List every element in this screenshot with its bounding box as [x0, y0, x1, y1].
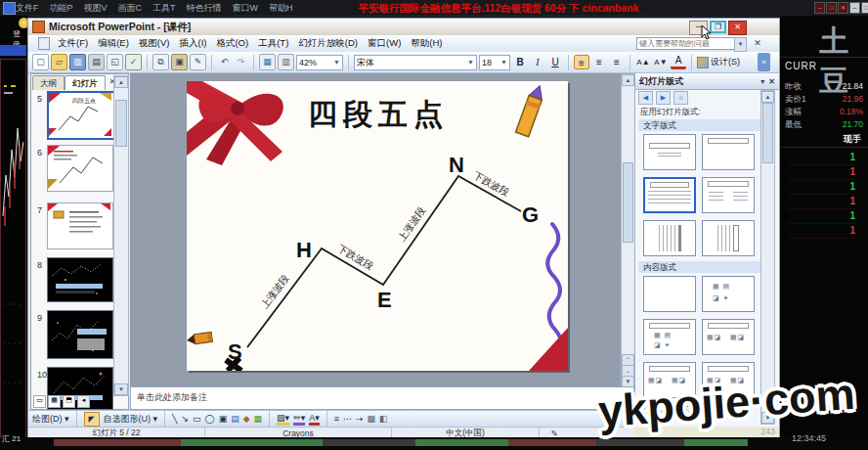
restore-icon[interactable]: ❐ — [710, 21, 726, 33]
outer-menu-view[interactable]: 视图V — [84, 2, 108, 15]
outer-menu-special[interactable]: 特色行情 — [187, 2, 222, 15]
help-dropdown-icon[interactable]: ▼ — [734, 37, 747, 52]
menubar-close-icon[interactable]: ✕ — [752, 37, 763, 50]
slide-sorter-view-icon[interactable]: ▦ — [48, 395, 61, 408]
print-icon[interactable]: ▤ — [88, 54, 105, 70]
copy-icon[interactable]: ⧉ — [152, 54, 169, 70]
pane-back-icon[interactable]: ◀ — [638, 91, 653, 105]
text-color-icon[interactable]: A▾ — [309, 413, 320, 426]
italic-button[interactable]: I — [530, 55, 545, 69]
scroll-down-icon[interactable]: ▼ — [114, 383, 128, 395]
scroll-up-icon[interactable]: ▲ — [761, 91, 774, 103]
spelling-icon[interactable]: ✓ — [125, 54, 142, 70]
outer-menu-tools[interactable]: 工具T — [152, 2, 176, 15]
line-style-icon[interactable]: ≡ — [334, 414, 339, 424]
arrow-tool-icon[interactable]: ↘ — [181, 414, 189, 424]
outer-close-icon[interactable]: ✕ — [838, 2, 848, 14]
insert-chart-icon[interactable]: ▦ — [259, 54, 276, 70]
slide-canvas[interactable]: 四段五点 S H E N G 上涨波段 下跌波段 上涨波段 下跌波段 — [187, 81, 568, 371]
print-preview-icon[interactable]: ◱ — [107, 54, 123, 70]
tab-slides[interactable]: 幻灯片 — [65, 75, 106, 90]
pane-close-icon[interactable]: ✕ — [768, 77, 775, 86]
normal-view-icon[interactable]: ▭ — [33, 395, 46, 408]
align-center-button[interactable]: ≡ — [591, 55, 607, 69]
menu-edit[interactable]: 编辑(E) — [93, 37, 134, 50]
layout-title-text[interactable] — [643, 177, 696, 213]
diagram-tool-icon[interactable]: ◆ — [243, 414, 250, 424]
thumbnails-scrollbar[interactable]: ▲ ▼ — [113, 75, 129, 396]
paste-icon[interactable]: ▣ — [171, 54, 188, 70]
notes-area[interactable]: 单击此处添加备注 — [130, 386, 634, 410]
slide-thumbnail-6[interactable] — [47, 145, 113, 192]
child-minimize-icon[interactable]: ─ — [849, 2, 860, 14]
insert-table-icon[interactable]: ▥ — [278, 54, 294, 70]
layout-title-content[interactable]: ▦ ▤◪ ✦ — [643, 319, 696, 355]
outline-scroll-left-icon[interactable]: ◂ — [77, 395, 90, 408]
toolbar-overflow-icon[interactable]: » — [758, 53, 770, 71]
rectangle-tool-icon[interactable]: ▭ — [193, 414, 201, 424]
scroll-up-icon[interactable]: ▲ — [114, 76, 128, 88]
select-pointer-icon[interactable]: ◤ — [84, 412, 100, 427]
outer-menu-window[interactable]: 窗口W — [233, 2, 259, 15]
scrollbar-thumb[interactable] — [762, 103, 773, 163]
new-document-icon[interactable]: ▢ — [32, 54, 49, 70]
scrollbar-thumb[interactable] — [623, 162, 633, 243]
arrow-style-icon[interactable]: ⇢ — [356, 414, 364, 424]
design-button[interactable]: 设计(S) — [697, 56, 740, 68]
align-left-button[interactable]: ≡ — [574, 55, 589, 69]
underline-button[interactable]: U — [547, 55, 563, 69]
decrease-font-icon[interactable]: A▼ — [653, 55, 669, 69]
dash-style-icon[interactable]: ⋯ — [343, 414, 352, 424]
line-color-icon[interactable]: ✏▾ — [293, 413, 305, 426]
menu-window[interactable]: 窗口(W) — [363, 37, 406, 50]
menu-tools[interactable]: 工具(T) — [253, 37, 293, 50]
bold-button[interactable]: B — [512, 55, 528, 69]
format-painter-icon[interactable]: ✎ — [190, 54, 206, 70]
wordart-tool-icon[interactable]: ▤ — [231, 414, 239, 424]
threed-style-icon[interactable]: ◧ — [379, 414, 388, 424]
shadow-style-icon[interactable]: ▩ — [368, 414, 376, 424]
font-size-select[interactable]: 18▼ — [479, 55, 510, 70]
slideshow-view-icon[interactable]: ⬒ — [63, 395, 75, 408]
menu-format[interactable]: 格式(O) — [211, 37, 253, 50]
scrollbar-thumb[interactable] — [115, 100, 127, 147]
editor-scrollbar[interactable]: ▲ ⌃ ⌄ ▼ — [621, 73, 635, 388]
menu-help[interactable]: 帮助(H) — [406, 37, 447, 50]
oval-tool-icon[interactable]: ◯ — [205, 414, 215, 424]
zigzag-line[interactable] — [247, 176, 521, 347]
menu-file[interactable]: 文件(F) — [53, 37, 93, 50]
outer-menu-screen[interactable]: 画面C — [118, 2, 143, 15]
layout-title-two-column-text[interactable] — [702, 177, 755, 213]
fill-color-icon[interactable]: ▨▾ — [277, 413, 289, 426]
menu-insert[interactable]: 插入(I) — [174, 37, 211, 50]
outer-restore-icon[interactable]: □ — [826, 2, 837, 14]
undo-icon[interactable]: ↶ — [217, 55, 232, 69]
line-tool-icon[interactable]: ╲ — [172, 414, 177, 424]
layout-content[interactable]: ▦ ▤◪ ✦ — [702, 276, 755, 312]
clipart-tool-icon[interactable]: ▦ — [254, 414, 263, 424]
slide-title[interactable]: 四段五点 — [308, 97, 449, 131]
pane-forward-icon[interactable]: ▶ — [656, 91, 671, 105]
redo-icon[interactable]: ↷ — [234, 55, 248, 69]
menu-slideshow[interactable]: 幻灯片放映(D) — [293, 37, 363, 50]
help-search-input[interactable] — [636, 37, 736, 50]
autoshapes-button[interactable]: 自选图形(U) ▾ — [104, 413, 158, 426]
outer-menu-func[interactable]: 功能P — [50, 2, 73, 15]
outer-menu-file[interactable]: 文件F — [16, 2, 39, 15]
increase-font-icon[interactable]: A▲ — [635, 55, 651, 69]
menu-view[interactable]: 视图(V) — [134, 37, 175, 50]
layout-vertical-title-text[interactable] — [702, 220, 755, 256]
outer-minimize-icon[interactable]: ─ — [814, 2, 825, 14]
layout-blank[interactable] — [643, 276, 696, 312]
pane-dropdown-icon[interactable]: ▼ — [760, 78, 766, 85]
font-color-icon[interactable]: A — [671, 55, 686, 69]
outer-menu-help[interactable]: 帮助H — [269, 2, 293, 15]
tab-outline[interactable]: 大纲 — [32, 75, 65, 90]
slide-thumbnail-9[interactable] — [47, 310, 113, 359]
slide-thumbnail-7[interactable] — [47, 202, 113, 249]
close-icon[interactable]: ✕ — [728, 21, 747, 35]
slide-thumbnail-8[interactable] — [47, 257, 113, 302]
align-right-button[interactable]: ≡ — [609, 55, 625, 69]
layout-title-two-content[interactable]: ▦◪▦◪ — [702, 319, 755, 355]
save-icon[interactable]: ▥ — [69, 54, 86, 70]
